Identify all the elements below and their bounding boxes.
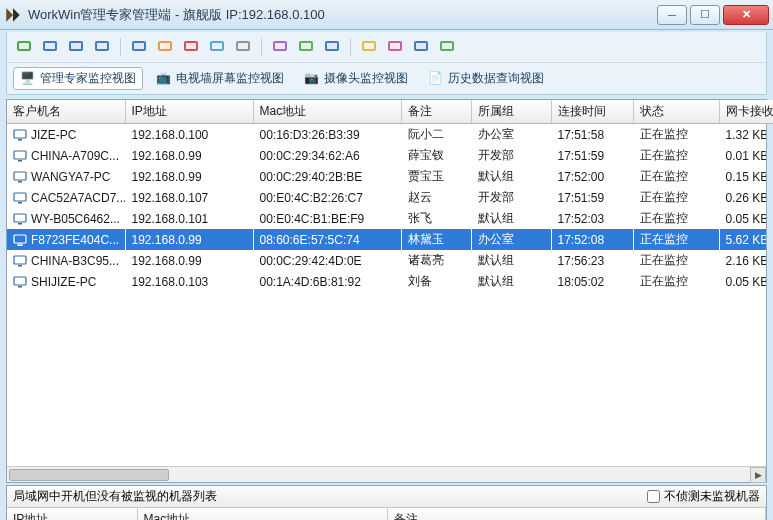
cell-net: 1.32 KB/ (719, 124, 766, 145)
user-icon[interactable] (410, 36, 432, 58)
screen-grid-icon[interactable] (39, 36, 61, 58)
cell-status: 正在监控 (633, 250, 719, 271)
user-list-icon[interactable] (13, 36, 35, 58)
window-title: WorkWin管理专家管理端 - 旗舰版 IP:192.168.0.100 (28, 6, 657, 24)
scroll-right-arrow[interactable]: ▶ (750, 467, 766, 483)
toolbar-panel: 🖥️管理专家监控视图📺电视墙屏幕监控视图📷摄像头监控视图📄历史数据查询视图 (6, 32, 767, 95)
svg-rect-21 (301, 43, 311, 49)
cell-status: 正在监控 (633, 271, 719, 292)
svg-rect-19 (275, 43, 285, 49)
table-row[interactable]: JIZE-PC192.168.0.10000:16:D3:26:B3:39阮小二… (7, 124, 766, 145)
cell-remark: 林黛玉 (401, 229, 471, 250)
network-icon[interactable] (295, 36, 317, 58)
svg-rect-13 (186, 43, 196, 49)
report-icon[interactable] (384, 36, 406, 58)
maximize-button[interactable]: ☐ (690, 5, 720, 25)
titlebar: WorkWin管理专家管理端 - 旗舰版 IP:192.168.0.100 ─ … (0, 0, 773, 30)
col-net[interactable]: 网卡接收 (719, 100, 773, 124)
svg-rect-33 (18, 139, 22, 141)
main-toolbar (7, 32, 766, 63)
table-row[interactable]: CHINA-B3C95...192.168.0.9900:0C:29:42:4D… (7, 250, 766, 271)
file-transfer-icon[interactable] (128, 36, 150, 58)
folder-sync-icon[interactable] (154, 36, 176, 58)
col-ip[interactable]: IP地址 (125, 100, 253, 124)
screen-2-icon[interactable] (91, 36, 113, 58)
col-status[interactable]: 状态 (633, 100, 719, 124)
cell-time: 17:51:59 (551, 187, 633, 208)
bcol-mac[interactable]: Mac地址 (137, 508, 387, 520)
svg-rect-45 (18, 265, 22, 267)
table-row[interactable]: CAC52A7ACD7...192.168.0.10700:E0:4C:B2:2… (7, 187, 766, 208)
cell-remark: 薛宝钗 (401, 145, 471, 166)
cell-time: 17:51:58 (551, 124, 633, 145)
svg-rect-5 (71, 43, 81, 49)
col-time[interactable]: 连接时间 (551, 100, 633, 124)
tab-icon-2: 📷 (304, 71, 320, 87)
col-client-name[interactable]: 客户机名 (7, 100, 125, 124)
no-detect-input[interactable] (647, 490, 660, 503)
cell-time: 17:52:08 (551, 229, 633, 250)
view-tab-1[interactable]: 📺电视墙屏幕监控视图 (149, 67, 291, 90)
shutdown-icon[interactable] (180, 36, 202, 58)
cell-net: 5.62 KB/ (719, 229, 766, 250)
cell-time: 17:51:59 (551, 145, 633, 166)
cell-status: 正在监控 (633, 124, 719, 145)
cell-mac: 00:16:D3:26:B3:39 (253, 124, 401, 145)
scrollbar-thumb[interactable] (9, 469, 169, 481)
cell-net: 0.15 KB/ (719, 166, 766, 187)
cell-mac: 00:E0:4C:B2:26:C7 (253, 187, 401, 208)
horizontal-scrollbar[interactable]: ▶ (7, 466, 766, 482)
help-icon[interactable] (436, 36, 458, 58)
table-row[interactable]: WY-B05C6462...192.168.0.10100:E0:4C:B1:B… (7, 208, 766, 229)
svg-rect-25 (364, 43, 374, 49)
bcol-ip[interactable]: IP地址 (7, 508, 137, 520)
view-tab-2[interactable]: 📷摄像头监控视图 (297, 67, 415, 90)
col-remark[interactable]: 备注 (401, 100, 471, 124)
table-row[interactable]: F8723FE404C...192.168.0.9908:60:6E:57:5C… (7, 229, 766, 250)
app-run-icon[interactable] (358, 36, 380, 58)
cell-ip: 192.168.0.99 (125, 229, 253, 250)
no-detect-checkbox[interactable]: 不侦测未监视机器 (647, 488, 760, 505)
svg-rect-37 (18, 181, 22, 183)
svg-rect-31 (442, 43, 452, 49)
cell-mac: 00:0C:29:34:62:A6 (253, 145, 401, 166)
cell-status: 正在监控 (633, 145, 719, 166)
close-button[interactable]: ✕ (723, 5, 769, 25)
view-tab-0[interactable]: 🖥️管理专家监控视图 (13, 67, 143, 90)
svg-rect-41 (18, 223, 22, 225)
cell-name: CHINA-A709C... (7, 145, 125, 166)
cell-ip: 192.168.0.99 (125, 250, 253, 271)
table-row[interactable]: WANGYA7-PC192.168.0.9900:0C:29:40:2B:BE贾… (7, 166, 766, 187)
gear-icon[interactable] (232, 36, 254, 58)
minimize-button[interactable]: ─ (657, 5, 687, 25)
col-group[interactable]: 所属组 (471, 100, 551, 124)
no-detect-label: 不侦测未监视机器 (664, 488, 760, 505)
cell-name: CAC52A7ACD7... (7, 187, 125, 208)
cell-status: 正在监控 (633, 208, 719, 229)
svg-rect-15 (212, 43, 222, 49)
cell-net: 2.16 KB/ (719, 250, 766, 271)
svg-rect-29 (416, 43, 426, 49)
col-mac[interactable]: Mac地址 (253, 100, 401, 124)
refresh-icon[interactable] (206, 36, 228, 58)
cell-status: 正在监控 (633, 229, 719, 250)
camera-icon[interactable] (269, 36, 291, 58)
cell-mac: 00:0C:29:40:2B:BE (253, 166, 401, 187)
globe-icon[interactable] (321, 36, 343, 58)
view-tabbar: 🖥️管理专家监控视图📺电视墙屏幕监控视图📷摄像头监控视图📄历史数据查询视图 (7, 63, 766, 94)
cell-name: WANGYA7-PC (7, 166, 125, 187)
app-icon (4, 6, 22, 24)
cell-group: 办公室 (471, 124, 551, 145)
cell-group: 默认组 (471, 271, 551, 292)
svg-rect-7 (97, 43, 107, 49)
bcol-remark[interactable]: 备注 (387, 508, 766, 520)
svg-rect-3 (45, 43, 55, 49)
cell-net: 0.05 KB/ (719, 271, 766, 292)
cell-group: 办公室 (471, 229, 551, 250)
screen-1-icon[interactable] (65, 36, 87, 58)
cell-net: 0.26 KB/ (719, 187, 766, 208)
table-row[interactable]: CHINA-A709C...192.168.0.9900:0C:29:34:62… (7, 145, 766, 166)
svg-rect-40 (14, 214, 26, 222)
table-row[interactable]: SHIJIZE-PC192.168.0.10300:1A:4D:6B:81:92… (7, 271, 766, 292)
view-tab-3[interactable]: 📄历史数据查询视图 (421, 67, 551, 90)
